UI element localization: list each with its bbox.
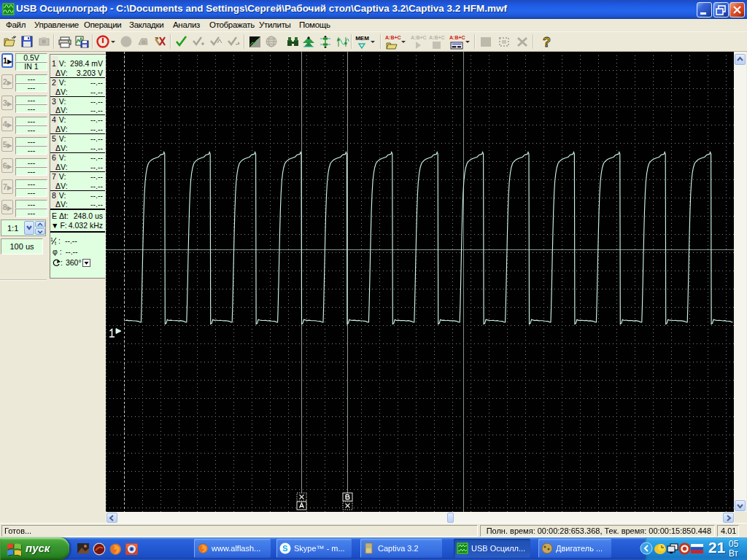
svg-text:?: ? <box>543 35 551 50</box>
svg-text:1: 1 <box>50 237 53 242</box>
svg-text:t: t <box>55 241 56 245</box>
svg-text:S: S <box>282 544 287 553</box>
